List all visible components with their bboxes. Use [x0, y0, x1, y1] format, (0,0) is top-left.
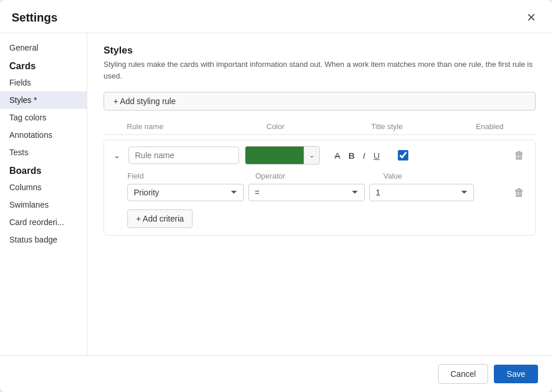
operator-select[interactable]: = != > < >= <= — [248, 184, 365, 201]
sidebar-section-cards: Cards — [0, 56, 87, 74]
enabled-checkbox[interactable] — [398, 150, 408, 161]
col-title-style: Title style — [371, 122, 476, 131]
main-content: Styles Styling rules make the cards with… — [87, 33, 552, 355]
rule-row: ⌄ ⌄ A B I U — [104, 140, 536, 236]
dialog-body: General Cards Fields Styles * Tag colors… — [0, 33, 552, 355]
sidebar-section-boards: Boards — [0, 161, 87, 179]
rule-name-input[interactable] — [129, 147, 239, 164]
sidebar-item-styles[interactable]: Styles * — [0, 91, 87, 109]
criteria-col-field: Field — [127, 172, 255, 180]
color-dropdown-button[interactable]: ⌄ — [304, 147, 319, 164]
delete-rule-button[interactable]: 🗑 — [511, 148, 528, 163]
settings-dialog: Settings ✕ General Cards Fields Styles *… — [0, 0, 552, 392]
strikethrough-button[interactable]: A — [332, 149, 343, 162]
value-select[interactable]: 1 2 3 4 5 — [369, 184, 474, 201]
underline-button[interactable]: U — [371, 149, 383, 162]
cancel-button[interactable]: Cancel — [438, 364, 488, 384]
col-enabled: Enabled — [476, 122, 536, 131]
add-criteria-button[interactable]: + Add criteria — [127, 209, 193, 228]
sidebar-item-columns[interactable]: Columns — [0, 179, 87, 196]
rule-row-top: ⌄ ⌄ A B I U — [111, 146, 528, 165]
content-title: Styles — [104, 45, 536, 56]
criteria-col-value: Value — [383, 172, 488, 180]
dialog-footer: Cancel Save — [0, 355, 552, 392]
field-select[interactable]: Priority Status Assignee Type — [127, 184, 244, 201]
criteria-section: Field Operator Value Priority Status Ass… — [111, 172, 528, 228]
color-swatch — [245, 147, 304, 164]
sidebar: General Cards Fields Styles * Tag colors… — [0, 33, 87, 355]
sidebar-item-status-badge[interactable]: Status badge — [0, 231, 87, 248]
color-picker[interactable]: ⌄ — [245, 146, 320, 165]
save-button[interactable]: Save — [494, 365, 538, 383]
criteria-row: Priority Status Assignee Type = != > < >… — [127, 184, 528, 201]
dialog-header: Settings ✕ — [0, 0, 552, 33]
content-description: Styling rules make the cards with import… — [104, 59, 536, 81]
close-button[interactable]: ✕ — [522, 8, 540, 27]
sidebar-item-swimlanes[interactable]: Swimlanes — [0, 196, 87, 213]
sidebar-item-tests[interactable]: Tests — [0, 144, 87, 161]
table-header: Rule name Color Title style Enabled — [104, 122, 536, 135]
criteria-col-operator: Operator — [255, 172, 383, 180]
col-rule-name: Rule name — [127, 122, 266, 131]
sidebar-item-annotations[interactable]: Annotations — [0, 126, 87, 144]
italic-button[interactable]: I — [360, 149, 368, 162]
col-color: Color — [266, 122, 371, 131]
delete-criteria-button[interactable]: 🗑 — [511, 186, 528, 200]
sidebar-item-general[interactable]: General — [0, 39, 87, 56]
title-style-controls: A B I U — [332, 149, 383, 162]
sidebar-item-tag-colors[interactable]: Tag colors — [0, 109, 87, 126]
expand-chevron-button[interactable]: ⌄ — [111, 149, 123, 161]
dialog-title: Settings — [12, 11, 58, 24]
sidebar-item-card-reordering[interactable]: Card reorderi... — [0, 213, 87, 231]
criteria-headers: Field Operator Value — [127, 172, 528, 180]
bold-button[interactable]: B — [346, 149, 358, 162]
add-rule-button[interactable]: + Add styling rule — [104, 92, 536, 111]
sidebar-item-fields[interactable]: Fields — [0, 74, 87, 91]
